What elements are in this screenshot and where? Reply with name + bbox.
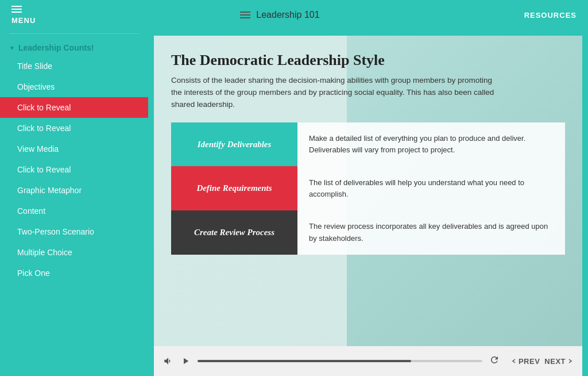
next-chevron-icon — [567, 358, 573, 364]
prev-button[interactable]: PREV — [511, 357, 540, 366]
slide-heading: The Democratic Leadership Style — [171, 52, 565, 69]
next-button[interactable]: NEXT — [544, 357, 573, 366]
hamburger-icon[interactable] — [240, 11, 250, 18]
top-header: MENU Leadership 101 RESOURCES — [0, 0, 588, 30]
prev-label: PREV — [519, 357, 540, 366]
sidebar-label-click-reveal-2: Click to Reveal — [17, 124, 71, 133]
player-bar: PREV NEXT — [154, 346, 582, 376]
sidebar-item-click-reveal-1[interactable]: Click to Reveal — [0, 97, 148, 118]
sidebar-label-multiple-choice: Multiple Choice — [17, 248, 72, 257]
sidebar-item-two-person-scenario[interactable]: Two-Person Scenario — [0, 221, 148, 242]
progress-bar-fill — [198, 360, 411, 362]
sidebar-item-click-reveal-3[interactable]: Click to Reveal — [0, 159, 148, 180]
sidebar-top-divider — [9, 33, 139, 34]
header-center: Leadership 101 — [240, 10, 319, 20]
nav-controls: PREV NEXT — [511, 357, 573, 366]
menu-button[interactable]: MENU — [11, 6, 36, 25]
sidebar-item-content[interactable]: Content — [0, 201, 148, 221]
sidebar-item-view-media[interactable]: View Media — [0, 139, 148, 159]
card-identify-deliverables[interactable]: Identify Deliverables — [171, 122, 297, 167]
reload-button[interactable] — [489, 355, 500, 367]
sidebar-label-content: Content — [17, 206, 45, 216]
sidebar-item-graphic-metaphor[interactable]: Graphic Metaphor — [0, 180, 148, 201]
card-define-requirements[interactable]: Define Requirements — [171, 166, 297, 210]
progress-bar[interactable] — [198, 360, 482, 362]
reload-icon — [489, 355, 500, 365]
detail-paragraph-2: The list of deliverables will help you u… — [309, 177, 554, 200]
slide-frame: The Democratic Leadership Style Consists… — [154, 36, 582, 346]
content-area: The Democratic Leadership Style Consists… — [148, 30, 588, 376]
prev-chevron-icon — [511, 358, 517, 364]
play-button[interactable] — [180, 356, 191, 366]
card-define-requirements-label: Define Requirements — [196, 183, 272, 193]
card-identify-deliverables-label: Identify Deliverables — [198, 140, 272, 149]
card-create-review-process-label: Create Review Process — [194, 228, 274, 237]
sidebar-item-title-slide[interactable]: Title Slide — [0, 56, 148, 76]
sidebar-label-title-slide: Title Slide — [17, 62, 52, 71]
sidebar-label-objectives: Objectives — [17, 82, 55, 91]
course-title: Leadership 101 — [256, 10, 319, 20]
play-icon — [180, 356, 191, 366]
sidebar-item-multiple-choice[interactable]: Multiple Choice — [0, 242, 148, 263]
slide-content: The Democratic Leadership Style Consists… — [154, 36, 582, 266]
resources-button[interactable]: RESOURCES — [524, 11, 577, 20]
sidebar-label-two-person-scenario: Two-Person Scenario — [17, 227, 94, 236]
sidebar-label-click-reveal-3: Click to Reveal — [17, 165, 71, 174]
sidebar-item-pick-one[interactable]: Pick One — [0, 263, 148, 283]
sidebar-label-view-media: View Media — [17, 144, 59, 154]
sidebar-label-click-reveal-1: Click to Reveal — [17, 103, 71, 112]
sidebar-label-graphic-metaphor: Graphic Metaphor — [17, 186, 82, 195]
slide-description: Consists of the leader sharing the decis… — [171, 75, 504, 111]
card-create-review-process[interactable]: Create Review Process — [171, 210, 297, 255]
sidebar-item-objectives[interactable]: Objectives — [0, 76, 148, 97]
cards-row: Identify Deliverables Define Requirement… — [171, 122, 565, 255]
detail-paragraph-3: The review process incorporates all key … — [309, 221, 554, 244]
cards-left: Identify Deliverables Define Requirement… — [171, 122, 297, 255]
menu-label: MENU — [11, 16, 36, 25]
main-layout: ▼ Leadership Counts! Title Slide Objecti… — [0, 30, 588, 376]
sidebar-label-pick-one: Pick One — [17, 268, 50, 278]
volume-button[interactable] — [163, 356, 173, 366]
sidebar-section-title[interactable]: ▼ Leadership Counts! — [0, 37, 148, 56]
next-label: NEXT — [544, 357, 566, 366]
detail-paragraph-1: Make a detailed list of everything you p… — [309, 133, 554, 156]
volume-icon — [163, 356, 173, 366]
sidebar: ▼ Leadership Counts! Title Slide Objecti… — [0, 30, 148, 376]
section-title-label: Leadership Counts! — [18, 43, 94, 52]
section-arrow-icon: ▼ — [9, 45, 15, 51]
cards-detail-panel: Make a detailed list of everything you p… — [297, 122, 565, 255]
sidebar-item-click-reveal-2[interactable]: Click to Reveal — [0, 118, 148, 139]
